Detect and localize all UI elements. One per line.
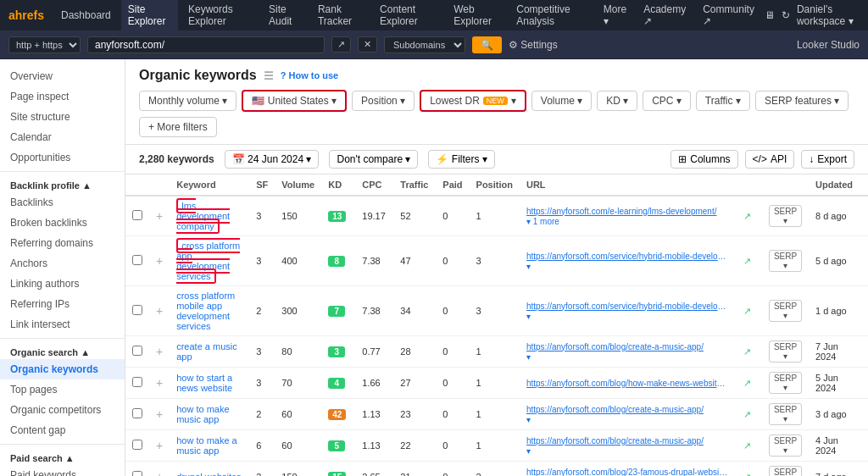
- sidebar-item-organic-keywords[interactable]: Organic keywords: [0, 359, 125, 379]
- row-url-link[interactable]: https://anyforsoft.com/e-learning/lms-de…: [526, 207, 730, 216]
- sidebar-item-referring-ips[interactable]: Referring IPs: [0, 294, 125, 314]
- row-checkbox[interactable]: [132, 346, 142, 356]
- row-url-link[interactable]: https://anyforsoft.com/service/hybrid-mo…: [526, 252, 730, 261]
- row-url-link[interactable]: https://anyforsoft.com/blog/create-a-mus…: [526, 436, 730, 446]
- more-filters-button[interactable]: + More filters: [139, 117, 217, 137]
- col-traffic[interactable]: Traffic: [393, 174, 436, 196]
- expand-button[interactable]: +: [156, 304, 163, 318]
- expand-button[interactable]: +: [156, 470, 163, 476]
- keyword-text[interactable]: create a music app: [176, 341, 237, 362]
- nav-site-audit[interactable]: Site Audit: [262, 0, 308, 30]
- external-link-button[interactable]: ↗: [331, 36, 351, 53]
- url-input[interactable]: [87, 36, 325, 53]
- sidebar-item-linking-authors[interactable]: Linking authors: [0, 274, 125, 294]
- nav-workspace[interactable]: Daniel's workspace ▾: [797, 3, 860, 27]
- row-checkbox[interactable]: [132, 471, 142, 476]
- col-keyword[interactable]: Keyword: [170, 174, 249, 196]
- col-cpc[interactable]: CPC: [355, 174, 393, 196]
- nav-dashboard[interactable]: Dashboard: [54, 0, 118, 30]
- nav-academy[interactable]: Academy ↗: [637, 0, 693, 30]
- ahrefs-logo[interactable]: ahrefs: [8, 8, 44, 22]
- sidebar-item-referring-domains[interactable]: Referring domains: [0, 233, 125, 253]
- expand-button[interactable]: +: [156, 439, 163, 452]
- nav-more[interactable]: More ▾: [597, 0, 633, 30]
- api-button[interactable]: </> API: [745, 150, 795, 169]
- row-url-link[interactable]: https://anyforsoft.com/service/hybrid-mo…: [526, 302, 730, 311]
- col-url[interactable]: URL: [520, 174, 737, 196]
- search-button[interactable]: 🔍: [472, 36, 502, 53]
- kd-filter[interactable]: KD ▾: [597, 91, 637, 111]
- row-url-link[interactable]: https://anyforsoft.com/blog/create-a-mus…: [526, 405, 730, 414]
- expand-button[interactable]: +: [156, 254, 163, 268]
- date-picker[interactable]: 📅 24 Jun 2024 ▾: [225, 150, 320, 169]
- keyword-text-boxed[interactable]: cross platform app development services: [176, 238, 240, 284]
- monthly-volume-filter[interactable]: Monthly volume ▾: [139, 91, 236, 111]
- keyword-text[interactable]: how to make a music app: [176, 435, 237, 456]
- serp-button[interactable]: SERP ▾: [769, 372, 802, 394]
- sidebar-item-content-gap[interactable]: Content gap: [0, 420, 125, 440]
- serp-button[interactable]: SERP ▾: [769, 300, 802, 322]
- serp-button[interactable]: SERP ▾: [769, 250, 802, 272]
- keyword-text[interactable]: cross platform mobile app development se…: [176, 291, 235, 331]
- filters-chip[interactable]: ⚡ Filters ▾: [428, 150, 494, 169]
- sidebar-item-organic-competitors[interactable]: Organic competitors: [0, 400, 125, 420]
- sidebar-item-broken-backlinks[interactable]: Broken backlinks: [0, 213, 125, 233]
- col-sf[interactable]: SF: [249, 174, 275, 196]
- nav-content-explorer[interactable]: Content Explorer: [373, 0, 443, 30]
- nav-competitive[interactable]: Competitive Analysis: [509, 0, 593, 30]
- sidebar-item-anchors[interactable]: Anchors: [0, 253, 125, 274]
- expand-button[interactable]: +: [156, 209, 163, 223]
- sidebar-item-opportunities[interactable]: Opportunities: [0, 147, 125, 168]
- nav-site-explorer[interactable]: Site Explorer: [121, 0, 178, 30]
- expand-button[interactable]: +: [156, 345, 163, 358]
- nav-web-explorer[interactable]: Web Explorer: [447, 0, 506, 30]
- url-more-link[interactable]: ▾ 1 more: [526, 217, 559, 226]
- row-url-link[interactable]: https://anyforsoft.com/blog/create-a-mus…: [526, 342, 730, 351]
- sidebar-item-calendar[interactable]: Calendar: [0, 127, 125, 147]
- col-paid[interactable]: Paid: [436, 174, 469, 196]
- url-more-link[interactable]: ▾: [526, 312, 531, 321]
- keyword-text[interactable]: how to start a news website: [176, 373, 232, 393]
- serp-button[interactable]: SERP ▾: [769, 403, 802, 425]
- nav-rank-tracker[interactable]: Rank Tracker: [311, 0, 370, 30]
- row-checkbox[interactable]: [132, 210, 142, 220]
- how-to-use-link[interactable]: ? How to use: [281, 70, 338, 80]
- settings-link[interactable]: ⚙ Settings: [509, 39, 558, 51]
- sidebar-section-paid[interactable]: Paid search ▲: [0, 448, 125, 465]
- col-volume[interactable]: Volume: [275, 174, 321, 196]
- sidebar-section-organic[interactable]: Organic search ▲: [0, 342, 125, 359]
- keyword-text-boxed[interactable]: lms development company: [176, 198, 230, 234]
- url-more-link[interactable]: ▾: [526, 262, 531, 271]
- sidebar-item-paid-keywords[interactable]: Paid keywords: [0, 465, 125, 476]
- expand-button[interactable]: +: [156, 407, 163, 421]
- url-more-link[interactable]: ▾: [526, 352, 531, 362]
- lowest-dr-filter[interactable]: Lowest DR NEW ▾: [420, 90, 526, 112]
- nav-community[interactable]: Community ↗: [696, 0, 761, 30]
- serp-button[interactable]: SERP ▾: [769, 466, 802, 476]
- protocol-select[interactable]: http + https: [8, 36, 81, 53]
- keyword-text[interactable]: how to make music app: [176, 404, 229, 424]
- nav-keywords-explorer[interactable]: Keywords Explorer: [181, 0, 259, 30]
- country-filter[interactable]: 🇺🇸 United States ▾: [242, 90, 347, 112]
- sidebar-item-backlinks[interactable]: Backlinks: [0, 192, 125, 213]
- serp-button[interactable]: SERP ▾: [769, 434, 802, 457]
- traffic-filter[interactable]: Traffic ▾: [696, 91, 750, 111]
- compare-button[interactable]: Don't compare ▾: [329, 150, 418, 169]
- keyword-text[interactable]: drupal websites: [176, 472, 241, 476]
- clear-url-button[interactable]: ✕: [358, 36, 377, 53]
- row-url-link[interactable]: https://anyforsoft.com/blog/how-make-new…: [526, 379, 730, 388]
- serp-features-filter[interactable]: SERP features ▾: [755, 91, 849, 111]
- col-kd[interactable]: KD: [321, 174, 355, 196]
- cpc-filter[interactable]: CPC ▾: [643, 91, 691, 111]
- row-checkbox[interactable]: [132, 305, 142, 315]
- url-more-link[interactable]: ▾: [526, 446, 531, 456]
- mode-select[interactable]: Subdomains: [384, 36, 465, 53]
- sidebar-item-top-pages[interactable]: Top pages: [0, 379, 125, 400]
- url-more-link[interactable]: ▾: [526, 415, 531, 424]
- col-position[interactable]: Position: [470, 174, 520, 196]
- row-url-link[interactable]: https://anyforsoft.com/blog/23-famous-dr…: [526, 468, 730, 477]
- serp-button[interactable]: SERP ▾: [769, 340, 802, 363]
- sidebar-item-overview[interactable]: Overview: [0, 66, 125, 86]
- col-updated[interactable]: Updated: [809, 174, 868, 196]
- columns-button[interactable]: ⊞ Columns: [670, 150, 737, 169]
